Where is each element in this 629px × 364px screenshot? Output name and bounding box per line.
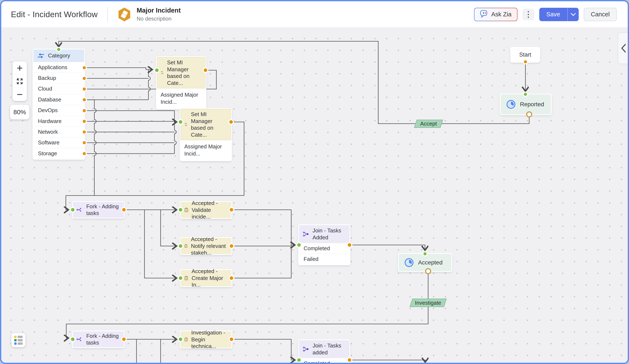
- zoom-in-button[interactable]: [12, 61, 27, 75]
- wire-investigation-join2[interactable]: [231, 339, 295, 360]
- category-row-backup[interactable]: Backup: [33, 73, 84, 83]
- port-ring-accepted[interactable]: [426, 269, 431, 274]
- port-out-investigation[interactable]: [229, 337, 234, 342]
- cancel-button[interactable]: Cancel: [584, 8, 617, 21]
- wire-applications[interactable]: [84, 68, 152, 70]
- port-ring-reported[interactable]: [527, 112, 532, 117]
- fit-to-screen-button[interactable]: [12, 75, 27, 88]
- port-out-join2-completed[interactable]: [347, 358, 352, 362]
- status-pie-icon: [506, 100, 516, 109]
- port-in-validate[interactable]: [178, 208, 183, 212]
- node-status-row[interactable]: Assigned Major Incid...: [157, 88, 205, 109]
- category-row-network[interactable]: Network: [33, 126, 84, 137]
- port-in-category[interactable]: [57, 47, 61, 52]
- port-out-network[interactable]: [82, 130, 86, 134]
- wire-setmi2-out[interactable]: [231, 122, 244, 196]
- header-divider: [107, 7, 108, 22]
- wire-hardware[interactable]: [84, 121, 176, 122]
- port-out-hardware[interactable]: [82, 119, 86, 123]
- port-in-accepted[interactable]: [423, 252, 427, 256]
- wire-reported-accept-category[interactable]: [59, 41, 529, 124]
- node-reported[interactable]: Reported: [501, 94, 551, 115]
- category-row-devops[interactable]: DevOps: [33, 105, 84, 116]
- port-out-fork1[interactable]: [122, 208, 126, 212]
- workflow-description: No description: [137, 15, 181, 22]
- node-title: Fork - Adding tasks: [86, 203, 120, 217]
- port-out-backup[interactable]: [82, 76, 86, 81]
- category-row-hardware[interactable]: Hardware: [33, 116, 84, 126]
- legend-button[interactable]: [11, 333, 25, 347]
- port-out-fork2[interactable]: [122, 337, 126, 342]
- node-title: Accepted - Validate incide...: [192, 200, 228, 220]
- wire-bus-2[interactable]: [174, 111, 176, 154]
- category-row-storage[interactable]: Storage: [33, 148, 84, 159]
- node-set-mi-manager-2[interactable]: Set MI Manager based on Cate... Assigned…: [180, 109, 231, 160]
- workflow-canvas[interactable]: Category Applications Backup Cloud Datab…: [1, 28, 628, 364]
- port-out-devops[interactable]: [82, 109, 86, 113]
- category-row-cloud[interactable]: Cloud: [33, 83, 84, 94]
- port-in-notify[interactable]: [178, 244, 183, 248]
- join-outcome-failed[interactable]: Failed: [299, 253, 349, 264]
- port-out-software[interactable]: [82, 141, 86, 145]
- wire-join1-accepted[interactable]: [349, 245, 425, 250]
- zoom-out-button[interactable]: [12, 88, 27, 101]
- wire-fork1-notify[interactable]: [160, 210, 176, 246]
- port-out-notify[interactable]: [229, 244, 234, 248]
- port-out-join1-completed[interactable]: [347, 243, 352, 247]
- wire-accepted-investigate-fork2[interactable]: [66, 271, 428, 338]
- node-task-create[interactable]: Accepted - Create Major In...: [180, 270, 231, 286]
- node-set-mi-manager-1[interactable]: Set MI Manager based on Cate... Assigned…: [157, 57, 205, 109]
- join-outcome-completed[interactable]: Completed: [299, 358, 349, 364]
- node-fork-tasks-2[interactable]: Fork - Adding tasks: [73, 331, 124, 347]
- port-in-setmi2[interactable]: [178, 120, 183, 124]
- header-actions: Ask Zia Save Cancel: [474, 8, 617, 21]
- port-in-fork2[interactable]: [70, 337, 75, 342]
- port-out-start[interactable]: [523, 60, 527, 64]
- node-title: Set MI Manager based on Cate...: [191, 111, 227, 138]
- save-dropdown-button[interactable]: [567, 8, 579, 21]
- transition-accept[interactable]: Accept: [414, 120, 443, 128]
- top-bar: Edit - Incident Workflow Major Incident …: [1, 1, 628, 28]
- wire-database-branch[interactable]: [84, 100, 96, 196]
- join-outcome-completed[interactable]: Completed: [299, 243, 349, 253]
- port-out-storage[interactable]: [82, 151, 86, 156]
- node-task-notify[interactable]: Accepted - Notify relevant stakeh...: [180, 238, 231, 254]
- node-status-row[interactable]: Assigned Major Incid...: [180, 140, 231, 160]
- port-out-applications[interactable]: [82, 66, 86, 70]
- port-in-create[interactable]: [178, 276, 183, 280]
- transition-investigate[interactable]: Investigate: [410, 299, 447, 307]
- save-button[interactable]: Save: [539, 8, 567, 21]
- category-row-software[interactable]: Software: [33, 137, 84, 148]
- port-out-database[interactable]: [82, 98, 86, 102]
- wire-bus-1[interactable]: [149, 70, 150, 100]
- node-task-investigation[interactable]: Investigation - Begin technica...: [180, 331, 231, 348]
- node-task-validate[interactable]: Accepted - Validate incide...: [180, 202, 231, 218]
- zoom-level-indicator[interactable]: 80%: [10, 105, 29, 120]
- status-label: Accepted: [418, 259, 443, 266]
- category-row-applications[interactable]: Applications: [33, 62, 84, 73]
- node-join-tasks-2[interactable]: Join - Tasks added Completed: [299, 340, 349, 364]
- port-out-setmi1[interactable]: [203, 68, 208, 73]
- port-in-fork1[interactable]: [70, 208, 75, 212]
- port-in-investigation[interactable]: [178, 337, 183, 342]
- wire-into-fork1[interactable]: [66, 196, 68, 210]
- port-in-join2[interactable]: [297, 358, 301, 362]
- port-in-join1[interactable]: [297, 243, 301, 247]
- collapse-panel-tab[interactable]: [618, 32, 628, 64]
- status-label: Reported: [520, 101, 544, 108]
- node-join-tasks-1[interactable]: Join - Tasks Added Completed Failed: [299, 225, 349, 264]
- port-out-setmi2[interactable]: [229, 120, 233, 124]
- port-out-create[interactable]: [229, 276, 234, 280]
- port-in-setmi1[interactable]: [155, 68, 159, 73]
- port-in-reported[interactable]: [523, 92, 527, 96]
- ask-zia-button[interactable]: Ask Zia: [474, 8, 517, 21]
- node-fork-tasks-1[interactable]: Fork - Adding tasks: [73, 202, 124, 218]
- fit-screen-icon: [16, 78, 23, 85]
- port-out-validate[interactable]: [229, 208, 234, 212]
- task-clipboard-icon: [184, 206, 188, 214]
- port-out-cloud[interactable]: [82, 87, 86, 91]
- category-row-database[interactable]: Database: [33, 94, 84, 105]
- wire-join2-out[interactable]: [349, 360, 425, 362]
- more-options-button[interactable]: [522, 8, 534, 20]
- node-category[interactable]: Category Applications Backup Cloud Datab…: [33, 49, 84, 159]
